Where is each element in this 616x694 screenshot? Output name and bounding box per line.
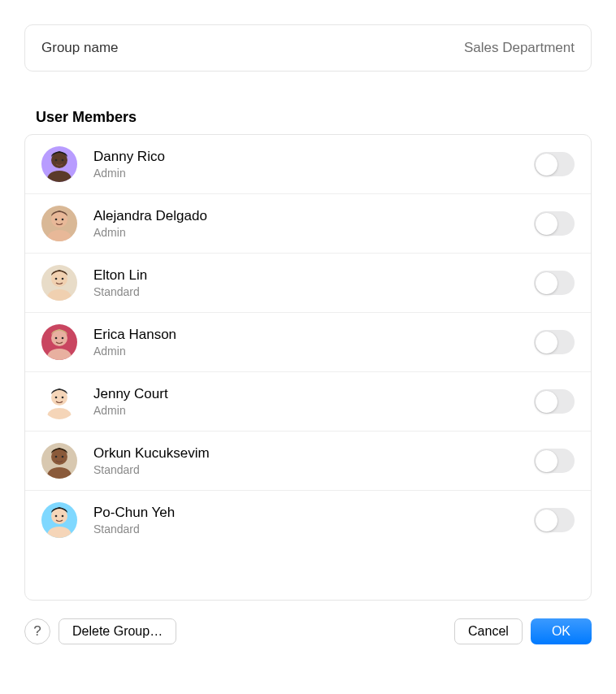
- help-button[interactable]: ?: [24, 618, 50, 644]
- member-name: Alejandra Delgado: [93, 207, 534, 225]
- member-role: Admin: [93, 225, 534, 240]
- svg-point-22: [55, 456, 58, 458]
- svg-point-26: [55, 515, 58, 518]
- group-name-row: Group name Sales Department: [24, 24, 592, 72]
- svg-point-27: [62, 515, 64, 518]
- member-role: Standard: [93, 284, 534, 299]
- toggle-knob: [536, 332, 557, 354]
- member-row: Orkun Kucuksevim Standard: [25, 432, 591, 491]
- svg-point-10: [55, 278, 58, 280]
- members-list: Danny Rico Admin Alejandra Delgado Admin: [24, 134, 592, 601]
- avatar: [41, 206, 77, 241]
- member-info: Elton Lin Standard: [93, 267, 534, 299]
- member-role: Admin: [93, 166, 534, 180]
- svg-point-6: [55, 219, 58, 221]
- member-row: Elton Lin Standard: [25, 254, 591, 313]
- svg-point-2: [55, 159, 58, 162]
- avatar: [41, 265, 77, 301]
- toggle-knob: [536, 154, 557, 176]
- dialog-footer: ? Delete Group… Cancel OK: [24, 618, 592, 644]
- svg-point-3: [62, 159, 64, 162]
- member-name: Elton Lin: [93, 267, 534, 284]
- ok-button[interactable]: OK: [531, 618, 592, 644]
- svg-point-18: [55, 397, 58, 399]
- member-info: Jenny Court Admin: [93, 385, 534, 418]
- avatar: [41, 324, 77, 360]
- toggle-knob: [536, 272, 557, 294]
- avatar: [41, 384, 77, 419]
- svg-point-14: [55, 337, 58, 340]
- avatar: [41, 502, 77, 538]
- member-info: Po-Chun Yeh Standard: [93, 504, 534, 536]
- member-info: Alejandra Delgado Admin: [93, 207, 534, 240]
- member-row: Jenny Court Admin: [25, 372, 591, 432]
- member-info: Danny Rico Admin: [93, 148, 534, 180]
- member-name: Po-Chun Yeh: [93, 504, 534, 522]
- toggle-knob: [536, 450, 557, 472]
- cancel-button[interactable]: Cancel: [454, 618, 523, 644]
- member-info: Erica Hanson Admin: [93, 326, 534, 358]
- membership-toggle[interactable]: [534, 211, 575, 236]
- member-name: Danny Rico: [93, 148, 534, 166]
- member-row: Alejandra Delgado Admin: [25, 194, 591, 254]
- svg-point-15: [62, 337, 64, 340]
- svg-point-23: [62, 456, 64, 458]
- membership-toggle[interactable]: [534, 389, 575, 414]
- svg-point-19: [62, 397, 64, 399]
- member-role: Standard: [93, 522, 534, 536]
- avatar: [41, 443, 77, 479]
- membership-toggle[interactable]: [534, 152, 575, 176]
- membership-toggle[interactable]: [534, 508, 575, 532]
- toggle-knob: [536, 510, 557, 531]
- member-name: Orkun Kucuksevim: [93, 445, 534, 462]
- toggle-knob: [536, 391, 557, 413]
- delete-group-button[interactable]: Delete Group…: [59, 618, 176, 644]
- avatar: [41, 146, 77, 182]
- user-members-title: User Members: [36, 109, 592, 126]
- member-name: Jenny Court: [93, 385, 534, 403]
- member-role: Admin: [93, 403, 534, 418]
- member-row: Erica Hanson Admin: [25, 313, 591, 372]
- member-role: Admin: [93, 344, 534, 358]
- member-info: Orkun Kucuksevim Standard: [93, 445, 534, 477]
- member-row: Po-Chun Yeh Standard: [25, 491, 591, 549]
- group-name-value[interactable]: Sales Department: [464, 40, 575, 56]
- membership-toggle[interactable]: [534, 330, 575, 354]
- group-name-label: Group name: [41, 40, 119, 56]
- member-role: Standard: [93, 462, 534, 477]
- svg-point-7: [62, 219, 64, 221]
- member-row: Danny Rico Admin: [25, 135, 591, 194]
- member-name: Erica Hanson: [93, 326, 534, 344]
- membership-toggle[interactable]: [534, 271, 575, 295]
- svg-point-11: [62, 278, 64, 280]
- toggle-knob: [536, 213, 557, 235]
- membership-toggle[interactable]: [534, 449, 575, 473]
